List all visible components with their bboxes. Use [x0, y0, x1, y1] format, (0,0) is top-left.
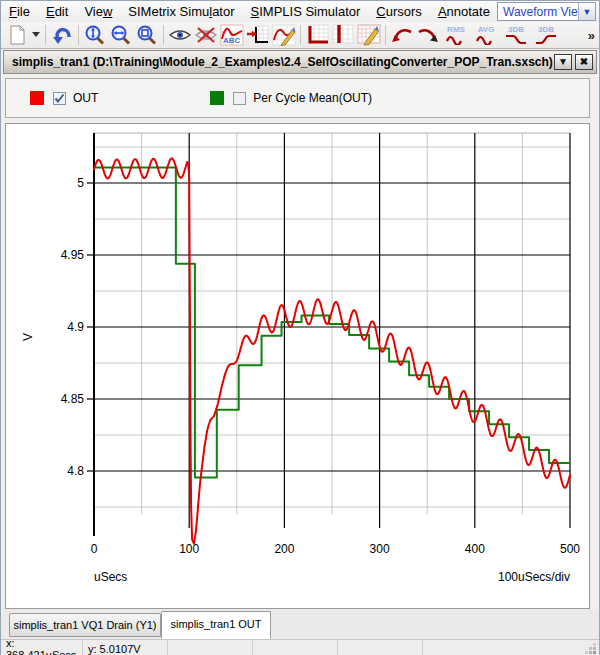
toolbar-separator: [385, 25, 386, 45]
rms-wave-icon: [445, 34, 467, 45]
out-label: OUT: [73, 91, 98, 105]
avg-label: AVG: [478, 26, 495, 34]
decrease-curve-width-button[interactable]: [415, 23, 441, 47]
legend-item-per-cycle-mean: Per Cycle Mean(OUT): [210, 91, 372, 105]
checkmark-icon: [54, 93, 65, 104]
zoom-box-button[interactable]: [134, 23, 160, 47]
edit-curve-button[interactable]: [271, 23, 297, 47]
waveform-viewer-combobox[interactable]: Waveform Viewer ▼: [497, 2, 596, 21]
zoom-x-icon: [109, 24, 133, 46]
shade-window-button[interactable]: ▼: [554, 54, 572, 70]
y-tick-label: 4.8: [67, 464, 84, 478]
toolbar-separator: [78, 25, 79, 45]
menu-view[interactable]: View: [76, 2, 120, 21]
eye-crossed-icon: [194, 24, 218, 46]
status-cell: [168, 640, 253, 655]
close-window-button[interactable]: ✖: [575, 54, 593, 70]
toolbar-separator: [45, 25, 46, 45]
legend-item-out: OUT: [30, 91, 98, 105]
x-tick-label: 500: [560, 542, 580, 556]
tab-out[interactable]: simplis_tran1 OUT: [161, 611, 271, 639]
combo-dropdown-arrow-icon[interactable]: ▼: [578, 3, 595, 20]
undo-button[interactable]: [49, 23, 75, 47]
resize-grip[interactable]: [584, 642, 597, 655]
status-y-readout: y: 5.0107V: [83, 640, 168, 655]
avg-button[interactable]: AVG: [471, 23, 501, 47]
menu-file[interactable]: File: [1, 2, 38, 21]
menu-edit[interactable]: Edit: [38, 2, 76, 21]
per-cycle-mean-checkbox[interactable]: [233, 92, 246, 105]
annotate-curve-button[interactable]: ABC: [219, 23, 245, 47]
x-tick-label: 200: [274, 542, 294, 556]
3db-low-label: 3DB: [508, 26, 524, 34]
zoom-fit-x-button[interactable]: [108, 23, 134, 47]
toolbar-overflow-chevron[interactable]: »: [588, 28, 595, 43]
svg-text:ABC: ABC: [223, 36, 241, 45]
status-cell: [338, 640, 423, 655]
menu-bar: FileEditViewSIMetrix SimulatorSIMPLIS Si…: [1, 1, 599, 22]
y-tick-label: 4.85: [61, 392, 85, 406]
arrow-to-axis-icon: [246, 24, 270, 46]
toolbar: ABC RMS AVG: [1, 22, 599, 49]
new-document-button[interactable]: [4, 23, 30, 47]
rms-button[interactable]: RMS: [441, 23, 471, 47]
show-curve-button[interactable]: [167, 23, 193, 47]
application-window: FileEditViewSIMetrix SimulatorSIMPLIS Si…: [0, 0, 600, 655]
y-tick-label: 4.9: [67, 320, 84, 334]
axis-grid-icon: [305, 24, 329, 46]
menu-simplis-simulator[interactable]: SIMPLIS Simulator: [243, 2, 369, 21]
per-cycle-mean-color-swatch: [210, 91, 224, 105]
legend-bar: OUT Per Cycle Mean(OUT): [5, 78, 590, 118]
increase-curve-width-button[interactable]: [389, 23, 415, 47]
per-cycle-mean-label: Per Cycle Mean(OUT): [253, 91, 372, 105]
x-axis-unit-label: uSecs: [94, 570, 127, 584]
3db-lowpass-button[interactable]: 3DB: [501, 23, 531, 47]
out-checkbox[interactable]: [53, 92, 66, 105]
zoom-fit-y-button[interactable]: [82, 23, 108, 47]
y-tick-label: 4.95: [61, 248, 85, 262]
move-curve-to-axis-button[interactable]: [245, 23, 271, 47]
graph-window-title-bar[interactable]: simplis_tran1 (D:\Training\Module_2_Exam…: [3, 50, 597, 74]
eye-icon: [168, 24, 192, 46]
lowpass-curve-icon: [505, 34, 527, 45]
avg-wave-icon: [475, 34, 497, 45]
edit-grid-button[interactable]: [356, 23, 382, 47]
x-tick-label: 0: [91, 542, 98, 556]
undo-icon: [50, 24, 74, 46]
3db-highpass-button[interactable]: 3DB: [531, 23, 561, 47]
x-axis-scale-label: 100uSecs/div: [498, 570, 570, 584]
curve-label-icon: ABC: [220, 24, 244, 46]
hide-curve-button[interactable]: [193, 23, 219, 47]
add-grid-button[interactable]: [330, 23, 356, 47]
x-tick-label: 300: [370, 542, 390, 556]
graph-tab-bar: simplis_tran1 VQ1 Drain (Y1) simplis_tra…: [1, 609, 599, 639]
zoom-y-icon: [83, 24, 107, 46]
menu-simetrix-simulator[interactable]: SIMetrix Simulator: [120, 2, 242, 21]
menu-cursors[interactable]: Cursors: [368, 2, 430, 21]
out-color-swatch: [30, 91, 44, 105]
status-cell: [253, 640, 338, 655]
chart-panel: 54.954.94.854.80100200300400500uSecs100u…: [5, 123, 590, 609]
3db-high-label: 3DB: [538, 26, 554, 34]
highpass-curve-icon: [535, 34, 557, 45]
new-document-icon: [6, 24, 28, 46]
toolbar-separator: [300, 25, 301, 45]
status-bar: x: 368.421uSecs y: 5.0107V: [1, 639, 599, 655]
menu-items: FileEditViewSIMetrix SimulatorSIMPLIS Si…: [1, 4, 498, 19]
menu-annotate[interactable]: Annotate: [430, 2, 498, 21]
tab-vq1-drain[interactable]: simplis_tran1 VQ1 Drain (Y1): [9, 613, 161, 637]
toolbar-separator: [163, 25, 164, 45]
grid-pencil-icon: [357, 24, 381, 46]
y-tick-label: 5: [77, 176, 84, 190]
x-tick-label: 400: [465, 542, 485, 556]
zoom-box-icon: [135, 24, 159, 46]
curve-pencil-icon: [272, 24, 296, 46]
viewer-combo-value: Waveform Viewer: [498, 5, 578, 19]
add-axis-button[interactable]: [304, 23, 330, 47]
status-x-readout: x: 368.421uSecs: [1, 640, 83, 655]
x-tick-label: 100: [179, 542, 199, 556]
y-axis-unit-label: V: [21, 333, 35, 341]
new-document-dropdown-button[interactable]: [30, 23, 42, 47]
graph-window-title: simplis_tran1 (D:\Training\Module_2_Exam…: [4, 55, 554, 69]
waveform-plot[interactable]: 54.954.94.854.80100200300400500uSecs100u…: [6, 124, 589, 608]
